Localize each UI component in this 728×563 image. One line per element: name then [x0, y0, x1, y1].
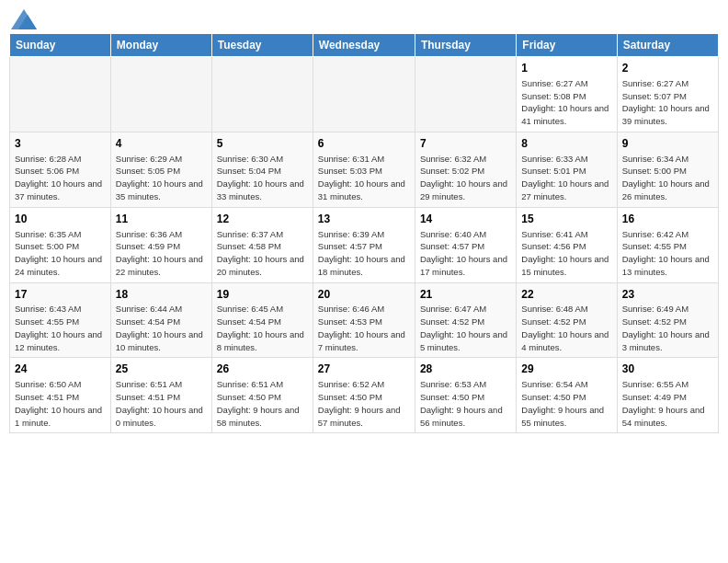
day-info: Sunrise: 6:49 AM Sunset: 4:52 PM Dayligh…	[622, 303, 713, 353]
calendar-cell: 25Sunrise: 6:51 AM Sunset: 4:51 PM Dayli…	[110, 358, 211, 433]
day-info: Sunrise: 6:52 AM Sunset: 4:50 PM Dayligh…	[318, 378, 410, 429]
day-info: Sunrise: 6:29 AM Sunset: 5:05 PM Dayligh…	[116, 153, 207, 203]
calendar-table: SundayMondayTuesdayWednesdayThursdayFrid…	[9, 33, 719, 433]
day-number: 15	[521, 212, 611, 227]
day-number: 28	[420, 362, 511, 377]
day-number: 27	[318, 362, 410, 377]
day-number: 2	[622, 61, 713, 76]
day-number: 29	[521, 362, 611, 377]
calendar-cell: 1Sunrise: 6:27 AM Sunset: 5:08 PM Daylig…	[517, 57, 617, 132]
calendar-cell: 7Sunrise: 6:32 AM Sunset: 5:02 PM Daylig…	[415, 132, 516, 207]
day-number: 6	[318, 136, 410, 152]
day-info: Sunrise: 6:36 AM Sunset: 4:59 PM Dayligh…	[116, 228, 207, 279]
day-info: Sunrise: 6:27 AM Sunset: 5:07 PM Dayligh…	[622, 77, 713, 128]
calendar-cell: 4Sunrise: 6:29 AM Sunset: 5:05 PM Daylig…	[110, 132, 211, 207]
calendar-week-1: 1Sunrise: 6:27 AM Sunset: 5:08 PM Daylig…	[10, 57, 719, 132]
calendar-header-row: SundayMondayTuesdayWednesdayThursdayFrid…	[10, 34, 719, 57]
day-number: 17	[15, 287, 106, 303]
day-number: 13	[318, 212, 410, 227]
day-number: 4	[116, 136, 207, 152]
calendar-week-5: 24Sunrise: 6:50 AM Sunset: 4:51 PM Dayli…	[10, 358, 719, 433]
calendar-cell: 10Sunrise: 6:35 AM Sunset: 5:00 PM Dayli…	[10, 207, 111, 282]
calendar-cell: 3Sunrise: 6:28 AM Sunset: 5:06 PM Daylig…	[10, 132, 111, 207]
day-info: Sunrise: 6:28 AM Sunset: 5:06 PM Dayligh…	[15, 153, 106, 203]
day-info: Sunrise: 6:46 AM Sunset: 4:53 PM Dayligh…	[318, 303, 410, 353]
day-info: Sunrise: 6:35 AM Sunset: 5:00 PM Dayligh…	[15, 228, 106, 279]
day-number: 7	[420, 136, 511, 152]
calendar-cell: 23Sunrise: 6:49 AM Sunset: 4:52 PM Dayli…	[617, 282, 718, 358]
day-number: 9	[622, 136, 713, 152]
day-info: Sunrise: 6:45 AM Sunset: 4:54 PM Dayligh…	[217, 303, 308, 353]
calendar-cell: 8Sunrise: 6:33 AM Sunset: 5:01 PM Daylig…	[517, 132, 617, 207]
day-number: 12	[217, 212, 308, 227]
calendar-cell: 12Sunrise: 6:37 AM Sunset: 4:58 PM Dayli…	[211, 207, 313, 282]
header	[9, 9, 719, 26]
day-info: Sunrise: 6:39 AM Sunset: 4:57 PM Dayligh…	[318, 228, 410, 279]
day-info: Sunrise: 6:43 AM Sunset: 4:55 PM Dayligh…	[15, 303, 106, 353]
calendar-cell: 29Sunrise: 6:54 AM Sunset: 4:50 PM Dayli…	[517, 358, 617, 433]
calendar-cell: 21Sunrise: 6:47 AM Sunset: 4:52 PM Dayli…	[415, 282, 516, 358]
calendar-cell: 9Sunrise: 6:34 AM Sunset: 5:00 PM Daylig…	[617, 132, 718, 207]
calendar-cell: 15Sunrise: 6:41 AM Sunset: 4:56 PM Dayli…	[517, 207, 617, 282]
day-info: Sunrise: 6:55 AM Sunset: 4:49 PM Dayligh…	[622, 378, 713, 429]
calendar-cell	[415, 57, 516, 132]
day-number: 8	[521, 136, 611, 152]
calendar-header-thursday: Thursday	[415, 34, 516, 57]
calendar-cell: 14Sunrise: 6:40 AM Sunset: 4:57 PM Dayli…	[415, 207, 516, 282]
calendar-week-2: 3Sunrise: 6:28 AM Sunset: 5:06 PM Daylig…	[10, 132, 719, 207]
day-info: Sunrise: 6:27 AM Sunset: 5:08 PM Dayligh…	[521, 77, 611, 128]
day-info: Sunrise: 6:33 AM Sunset: 5:01 PM Dayligh…	[521, 153, 611, 203]
calendar-cell	[313, 57, 415, 132]
calendar-cell	[10, 57, 111, 132]
calendar-cell: 22Sunrise: 6:48 AM Sunset: 4:52 PM Dayli…	[517, 282, 617, 358]
day-info: Sunrise: 6:30 AM Sunset: 5:04 PM Dayligh…	[217, 153, 308, 203]
day-number: 14	[420, 212, 511, 227]
calendar-cell: 30Sunrise: 6:55 AM Sunset: 4:49 PM Dayli…	[617, 358, 718, 433]
calendar-cell: 13Sunrise: 6:39 AM Sunset: 4:57 PM Dayli…	[313, 207, 415, 282]
calendar-week-4: 17Sunrise: 6:43 AM Sunset: 4:55 PM Dayli…	[10, 282, 719, 358]
calendar-cell: 27Sunrise: 6:52 AM Sunset: 4:50 PM Dayli…	[313, 358, 415, 433]
day-info: Sunrise: 6:51 AM Sunset: 4:50 PM Dayligh…	[217, 378, 308, 429]
logo	[9, 9, 37, 26]
logo-icon	[11, 9, 37, 29]
day-info: Sunrise: 6:41 AM Sunset: 4:56 PM Dayligh…	[521, 228, 611, 279]
day-number: 24	[15, 362, 106, 377]
calendar-cell	[110, 57, 211, 132]
day-info: Sunrise: 6:32 AM Sunset: 5:02 PM Dayligh…	[420, 153, 511, 203]
day-info: Sunrise: 6:37 AM Sunset: 4:58 PM Dayligh…	[217, 228, 308, 279]
day-number: 23	[622, 287, 713, 303]
calendar-cell: 5Sunrise: 6:30 AM Sunset: 5:04 PM Daylig…	[211, 132, 313, 207]
day-info: Sunrise: 6:48 AM Sunset: 4:52 PM Dayligh…	[521, 303, 611, 353]
calendar-cell: 20Sunrise: 6:46 AM Sunset: 4:53 PM Dayli…	[313, 282, 415, 358]
day-number: 21	[420, 287, 511, 303]
day-info: Sunrise: 6:54 AM Sunset: 4:50 PM Dayligh…	[521, 378, 611, 429]
calendar-cell: 2Sunrise: 6:27 AM Sunset: 5:07 PM Daylig…	[617, 57, 718, 132]
day-number: 1	[521, 61, 611, 76]
day-number: 11	[116, 212, 207, 227]
day-number: 19	[217, 287, 308, 303]
calendar-cell: 26Sunrise: 6:51 AM Sunset: 4:50 PM Dayli…	[211, 358, 313, 433]
calendar-cell: 17Sunrise: 6:43 AM Sunset: 4:55 PM Dayli…	[10, 282, 111, 358]
day-number: 22	[521, 287, 611, 303]
calendar-cell: 18Sunrise: 6:44 AM Sunset: 4:54 PM Dayli…	[110, 282, 211, 358]
calendar-header-friday: Friday	[517, 34, 617, 57]
day-info: Sunrise: 6:47 AM Sunset: 4:52 PM Dayligh…	[420, 303, 511, 353]
day-info: Sunrise: 6:31 AM Sunset: 5:03 PM Dayligh…	[318, 153, 410, 203]
calendar-cell: 11Sunrise: 6:36 AM Sunset: 4:59 PM Dayli…	[110, 207, 211, 282]
calendar-header-wednesday: Wednesday	[313, 34, 415, 57]
day-info: Sunrise: 6:44 AM Sunset: 4:54 PM Dayligh…	[116, 303, 207, 353]
day-info: Sunrise: 6:40 AM Sunset: 4:57 PM Dayligh…	[420, 228, 511, 279]
day-info: Sunrise: 6:53 AM Sunset: 4:50 PM Dayligh…	[420, 378, 511, 429]
calendar-cell: 6Sunrise: 6:31 AM Sunset: 5:03 PM Daylig…	[313, 132, 415, 207]
calendar-header-monday: Monday	[110, 34, 211, 57]
calendar-header-tuesday: Tuesday	[211, 34, 313, 57]
day-info: Sunrise: 6:51 AM Sunset: 4:51 PM Dayligh…	[116, 378, 207, 429]
calendar-cell: 24Sunrise: 6:50 AM Sunset: 4:51 PM Dayli…	[10, 358, 111, 433]
calendar-cell: 19Sunrise: 6:45 AM Sunset: 4:54 PM Dayli…	[211, 282, 313, 358]
day-number: 5	[217, 136, 308, 152]
day-info: Sunrise: 6:34 AM Sunset: 5:00 PM Dayligh…	[622, 153, 713, 203]
calendar-header-saturday: Saturday	[617, 34, 718, 57]
calendar-week-3: 10Sunrise: 6:35 AM Sunset: 5:00 PM Dayli…	[10, 207, 719, 282]
day-number: 3	[15, 136, 106, 152]
page: SundayMondayTuesdayWednesdayThursdayFrid…	[0, 0, 728, 563]
